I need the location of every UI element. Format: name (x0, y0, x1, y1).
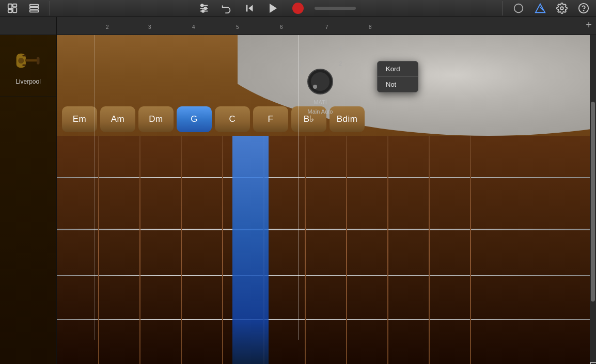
knob-label-2: 2 (339, 61, 342, 67)
knob-svg[interactable] (307, 68, 334, 97)
toolbar-left (5, 1, 50, 15)
ruler-mark-1: 2 (106, 24, 109, 30)
right-scrollbar[interactable] (590, 35, 596, 364)
svg-rect-26 (23, 55, 26, 57)
record-button[interactable] (290, 0, 306, 17)
scrollbar-thumb (591, 102, 595, 302)
string-4 (57, 319, 596, 320)
svg-point-16 (514, 4, 523, 13)
fret-line-7 (346, 136, 347, 364)
fretboard-area (57, 136, 596, 364)
chord-btn-am[interactable]: Am (100, 106, 135, 132)
ruler-mark-5: 6 (280, 24, 283, 30)
track-sidebar: Liverpool (0, 17, 57, 364)
svg-marker-15 (270, 4, 277, 13)
mixer-icon[interactable] (197, 1, 211, 15)
auto-controller: 1 2 4 3 (294, 61, 346, 115)
main-content: Liverpool 2 3 4 5 6 7 8 + (0, 17, 596, 364)
track-header-spacer (0, 17, 56, 35)
loop-icon[interactable] (511, 1, 526, 15)
knob-label-4: 4 (339, 46, 342, 52)
rewind-icon[interactable] (242, 1, 257, 15)
svg-rect-24 (37, 57, 40, 65)
knob-sub-label: Main Auto (308, 108, 333, 115)
record-circle (292, 3, 304, 14)
upper-track: 1 2 4 3 (57, 35, 596, 136)
svg-rect-5 (30, 7, 39, 9)
volume-slider[interactable] (315, 7, 356, 10)
content-area: 2 3 4 5 6 7 8 + (57, 17, 596, 364)
playhead-line (299, 35, 299, 340)
ruler-mark-6: 7 (325, 24, 328, 30)
knob-labels: 1 2 (294, 61, 346, 67)
svg-marker-17 (536, 4, 545, 13)
undo-icon[interactable] (219, 1, 234, 15)
settings-icon[interactable] (555, 1, 569, 15)
chord-btn-c[interactable]: C (215, 106, 250, 132)
string-1 (57, 177, 596, 178)
toolbar-center (58, 0, 494, 17)
chord-btn-g[interactable]: G (177, 106, 212, 132)
toolbar (0, 0, 596, 17)
fret-line-10 (470, 136, 471, 364)
svg-rect-4 (30, 5, 39, 7)
svg-rect-2 (13, 4, 17, 7)
context-menu: Kord Not (377, 61, 418, 92)
fret-strings (57, 136, 596, 364)
svg-point-12 (202, 10, 205, 12)
svg-rect-27 (23, 65, 26, 66)
knob-corner-3: 3 (301, 69, 304, 75)
chord-btn-f[interactable]: F (253, 106, 288, 132)
string-3 (57, 275, 596, 276)
svg-rect-0 (8, 4, 12, 9)
help-icon[interactable] (576, 1, 591, 15)
add-track-button[interactable]: + (586, 19, 592, 31)
ruler-marks-container: 2 3 4 5 6 7 8 + (57, 17, 596, 33)
chord-btn-dm[interactable]: Dm (138, 106, 174, 132)
track-name: Liverpool (15, 78, 41, 85)
tuner-icon[interactable] (533, 1, 547, 15)
svg-rect-6 (30, 10, 39, 12)
svg-rect-14 (246, 5, 248, 12)
svg-rect-1 (8, 10, 12, 13)
context-menu-item-kord[interactable]: Kord (378, 61, 418, 76)
library-icon[interactable] (5, 1, 20, 15)
ruler-mark-3: 4 (192, 24, 195, 30)
ruler-mark-7: 8 (369, 24, 372, 30)
svg-point-30 (313, 85, 317, 89)
fret-line-2 (139, 136, 140, 364)
note-highlight-g (232, 136, 269, 364)
fret-line-4 (222, 136, 223, 364)
fret-line-6 (305, 136, 306, 364)
string-2 (57, 229, 596, 230)
guitar-area: 1 2 4 3 (57, 35, 596, 364)
tracks-icon[interactable] (27, 1, 41, 15)
svg-marker-13 (248, 5, 253, 12)
play-button[interactable] (265, 0, 281, 17)
chord-btn-em[interactable]: Em (62, 106, 97, 132)
fret-line-9 (429, 136, 430, 364)
knob-container: 1 2 4 3 (294, 61, 346, 107)
fret-line-3 (181, 136, 182, 364)
bass-guitar-icon (14, 46, 42, 75)
fret-line-8 (387, 136, 388, 364)
left-guide-line (95, 35, 95, 340)
bottom-bracket (590, 362, 596, 364)
ruler: 2 3 4 5 6 7 8 + (57, 17, 596, 35)
svg-rect-3 (13, 8, 17, 12)
svg-point-19 (560, 7, 563, 10)
ruler-mark-4: 5 (236, 24, 239, 30)
svg-point-10 (201, 4, 203, 7)
svg-point-11 (204, 7, 207, 10)
knob-main-label: MATİ (313, 99, 326, 105)
context-menu-item-not[interactable]: Not (378, 77, 418, 92)
track-item-liverpool[interactable]: Liverpool (0, 35, 56, 97)
ruler-mark-2: 3 (148, 24, 151, 30)
toolbar-right (503, 1, 591, 15)
fret-line-1 (98, 136, 99, 364)
app-container: Liverpool 2 3 4 5 6 7 8 + (0, 0, 596, 364)
svg-point-25 (18, 58, 24, 64)
tracks-area: 1 2 4 3 (57, 35, 596, 364)
